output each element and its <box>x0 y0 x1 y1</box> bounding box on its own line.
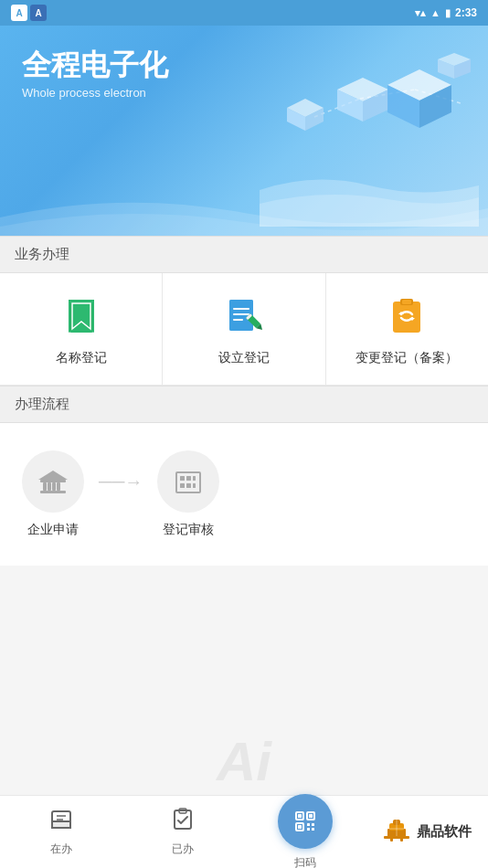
name-register-icon <box>61 296 101 336</box>
yiban-icon <box>170 807 196 839</box>
svg-rect-57 <box>298 825 302 829</box>
change-register-icon-wrap <box>382 291 431 341</box>
svg-rect-38 <box>176 472 200 492</box>
svg-rect-28 <box>402 300 411 304</box>
app-icon-b: A <box>30 5 47 21</box>
svg-rect-55 <box>298 814 302 818</box>
nav-item-yiban[interactable]: 已办 <box>122 807 245 857</box>
name-register-label: 名称登记 <box>56 350 107 366</box>
process-step-enterprise[interactable]: 企业申请 <box>22 450 84 538</box>
svg-rect-58 <box>307 823 310 826</box>
process-arrow: ──→ <box>99 471 143 492</box>
svg-rect-64 <box>390 836 393 842</box>
name-register-icon-wrap <box>57 291 106 341</box>
status-app-icons: A A <box>11 5 47 21</box>
scan-label: 扫码 <box>294 855 316 869</box>
bottom-nav: 在办 已办 <box>0 795 488 868</box>
enterprise-apply-label: 企业申请 <box>27 522 79 538</box>
status-left: A A <box>11 5 47 21</box>
process-section: 企业申请 ──→ <box>0 423 488 566</box>
nav-item-scan[interactable]: 扫码 <box>244 794 366 869</box>
svg-rect-42 <box>180 483 185 488</box>
nav-item-brand[interactable]: 鼎品软件 <box>366 816 489 848</box>
brand-logo: 鼎品软件 <box>382 816 472 848</box>
process-section-label: 办理流程 <box>15 396 69 411</box>
scan-button[interactable] <box>278 794 333 849</box>
zaiban-label: 在办 <box>50 842 72 857</box>
svg-rect-36 <box>57 482 60 491</box>
status-right: ▾▴ ▲ ▮ 2:33 <box>415 6 477 19</box>
svg-rect-35 <box>52 482 56 491</box>
svg-rect-65 <box>400 836 403 842</box>
svg-rect-40 <box>186 476 191 481</box>
service-grid: 名称登记 <box>0 273 488 386</box>
process-section-header: 办理流程 <box>0 386 488 423</box>
register-review-icon <box>157 450 219 513</box>
status-bar: A A ▾▴ ▲ ▮ 2:33 <box>0 0 488 26</box>
wifi-icon: ▾▴ <box>415 7 426 19</box>
signal-icon: ▲ <box>430 7 440 18</box>
service-item-name-register[interactable]: 名称登记 <box>0 273 163 385</box>
process-flow: 企业申请 ──→ <box>22 450 466 538</box>
service-item-change-register[interactable]: 变更登记（备案） <box>326 273 488 385</box>
svg-rect-56 <box>309 814 313 818</box>
svg-rect-44 <box>193 483 196 488</box>
enterprise-apply-icon <box>22 450 84 513</box>
svg-rect-60 <box>307 828 310 831</box>
svg-marker-37 <box>38 471 68 480</box>
svg-rect-32 <box>40 491 66 493</box>
status-time: 2:33 <box>455 6 477 19</box>
svg-rect-63 <box>384 836 409 839</box>
svg-rect-39 <box>180 476 185 481</box>
change-register-label: 变更登记（备案） <box>355 350 458 366</box>
svg-rect-43 <box>186 483 191 488</box>
svg-rect-61 <box>312 828 314 831</box>
main-content: 全程电子化 Whole process electron <box>0 26 488 795</box>
svg-rect-47 <box>52 821 70 828</box>
scan-icon <box>292 809 318 834</box>
establish-register-icon <box>224 296 264 336</box>
brand-text: 鼎品软件 <box>417 823 472 841</box>
battery-icon: ▮ <box>445 7 451 19</box>
change-register-icon <box>387 296 427 336</box>
nav-item-zaiban[interactable]: 在办 <box>0 807 122 857</box>
brand-icon <box>382 816 411 848</box>
svg-rect-41 <box>193 476 196 481</box>
zaiban-icon <box>48 807 74 839</box>
register-review-label: 登记审核 <box>163 522 214 538</box>
establish-register-label: 设立登记 <box>218 350 270 366</box>
app-icon-a: A <box>11 5 27 21</box>
svg-rect-59 <box>312 823 314 826</box>
service-item-establish-register[interactable]: 设立登记 <box>163 273 325 385</box>
svg-rect-33 <box>43 482 47 491</box>
banner-wave <box>0 190 488 236</box>
svg-rect-31 <box>40 480 66 482</box>
business-section-header: 业务办理 <box>0 236 488 273</box>
banner: 全程电子化 Whole process electron <box>0 26 488 236</box>
business-section-label: 业务办理 <box>15 246 69 261</box>
process-step-review[interactable]: 登记审核 <box>157 450 219 538</box>
svg-rect-34 <box>48 482 51 491</box>
svg-rect-26 <box>393 302 420 333</box>
yiban-label: 已办 <box>172 842 194 857</box>
establish-register-icon-wrap <box>219 291 269 341</box>
